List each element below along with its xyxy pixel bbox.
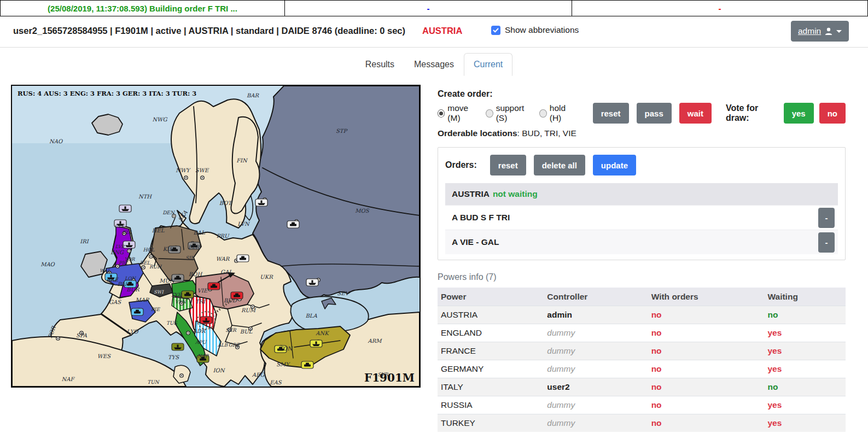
column-header-with-orders: With orders [648, 288, 765, 306]
unit-france-army [131, 308, 143, 315]
svg-text:GAL: GAL [220, 269, 232, 275]
svg-text:TUS: TUS [166, 320, 178, 326]
power-name: RUSSIA [438, 396, 544, 414]
svg-text:UKR: UKR [260, 274, 273, 280]
with-orders-value: no [648, 396, 765, 414]
user-menu-label: admin [798, 26, 821, 36]
reset-button[interactable]: reset [593, 103, 629, 124]
map-scoreboard: RUS: 4 AUS: 3 ENG: 3 FRA: 3 GER: 3 ITA: … [18, 90, 196, 97]
svg-text:BOT: BOT [219, 200, 233, 206]
unit-russia-army [237, 255, 249, 262]
controller-name: dummy [544, 360, 648, 378]
order-type-radio-support[interactable]: support (S) [486, 103, 532, 123]
remove-order-button[interactable]: - [818, 232, 835, 253]
svg-text:WAR: WAR [216, 256, 230, 262]
wait-button[interactable]: wait [679, 103, 712, 124]
orders-status-text: not waiting [493, 189, 538, 199]
order-sidebar: Create order: move (M)support (S)hold (H… [438, 89, 846, 432]
orders-reset-button[interactable]: reset [490, 155, 526, 175]
with-orders-value: no [648, 414, 765, 432]
order-type-radio-move[interactable]: move (M) [438, 103, 479, 123]
svg-text:BAR: BAR [247, 92, 260, 98]
radio-icon[interactable] [539, 109, 546, 118]
unit-italy-army [182, 291, 194, 298]
show-abbreviations-toggle[interactable]: Show abbreviations [491, 25, 579, 35]
tab-results[interactable]: Results [356, 53, 404, 76]
svg-text:SWE: SWE [195, 167, 209, 173]
power-name: ENGLAND [438, 324, 544, 342]
svg-text:SPA: SPA [76, 332, 88, 338]
waiting-value: yes [764, 324, 846, 342]
order-text: A BUD S F TRI [452, 213, 510, 223]
svg-text:RUH: RUH [149, 264, 162, 270]
waiting-value: yes [764, 360, 846, 378]
orderable-locations: Orderable locations: BUD, TRI, VIE [438, 128, 846, 138]
radio-icon[interactable] [486, 109, 493, 118]
svg-text:ENG: ENG [110, 249, 124, 255]
radio-icon[interactable] [438, 109, 445, 118]
svg-text:MAO: MAO [40, 261, 55, 267]
powers-table: PowerControllerWith ordersWaiting AUSTRI… [438, 288, 846, 432]
svg-text:ANK: ANK [315, 330, 330, 336]
column-header-controller: Controller [544, 288, 648, 306]
vote-yes-button[interactable]: yes [784, 103, 814, 124]
svg-text:LYO: LYO [127, 329, 139, 335]
waiting-value: no [764, 306, 846, 324]
create-order-title: Create order: [438, 89, 846, 99]
order-row: A BUD S F TRI- [445, 205, 838, 230]
svg-text:SIL: SIL [185, 255, 195, 261]
svg-text:TYR: TYR [171, 292, 183, 298]
svg-text:BOH: BOH [189, 271, 203, 277]
unit-italy-fleet [172, 343, 184, 350]
remove-order-button[interactable]: - [818, 208, 835, 228]
svg-text:PIC: PIC [119, 260, 129, 266]
orders-delete-all-button[interactable]: delete all [534, 155, 585, 175]
with-orders-value: no [648, 324, 765, 342]
unit-russia-fleet [255, 199, 267, 206]
svg-text:SER: SER [225, 327, 237, 333]
tab-messages[interactable]: Messages [404, 53, 464, 76]
svg-text:KIE: KIE [163, 246, 174, 252]
orders-update-button[interactable]: update [593, 155, 636, 175]
game-info: user2_1565728584955 | F1901M | active | … [13, 26, 405, 36]
radio-label: move (M) [447, 103, 479, 123]
with-orders-value: no [648, 378, 765, 396]
powers-info-title: Powers info (7) [438, 272, 846, 282]
order-row: A VIE - GAL- [445, 230, 838, 254]
user-menu-button[interactable]: admin [791, 21, 849, 42]
orderable-locations-label: Orderable locations [438, 128, 517, 138]
svg-text:MOS: MOS [355, 208, 369, 214]
checkbox-checked-icon[interactable] [491, 26, 500, 35]
power-row-austria: AUSTRIAadminnono [438, 306, 846, 324]
svg-text:PIE: PIE [151, 307, 161, 312]
tab-current[interactable]: Current [464, 53, 512, 76]
waiting-value: no [764, 378, 846, 396]
pass-button[interactable]: pass [637, 103, 672, 124]
power-name: TURKEY [438, 414, 544, 432]
with-orders-value: no [648, 342, 765, 360]
controller-name: user2 [544, 378, 648, 396]
svg-text:WAL: WAL [100, 268, 110, 273]
order-type-radio-hold[interactable]: hold (H) [539, 103, 575, 123]
orders-title: Orders: [445, 160, 477, 170]
header-divider [0, 47, 868, 48]
svg-text:BLA: BLA [305, 313, 317, 319]
unit-austria-fleet [200, 317, 212, 324]
svg-text:ARM: ARM [368, 338, 383, 344]
svg-text:TRI: TRI [195, 298, 206, 305]
controller-name: dummy [544, 396, 648, 414]
diplomacy-game-page: (25/08/2019, 11:37:08.593) Building orde… [0, 0, 868, 439]
svg-text:GRE: GRE [229, 342, 241, 348]
svg-text:APU: APU [195, 340, 207, 345]
game-map[interactable]: NAONWGBARSTPMOSFINNWYSWEBOTNTHSKADENHELB… [11, 85, 421, 388]
svg-text:NWG: NWG [152, 116, 167, 122]
diplomacy-map-svg[interactable]: NAONWGBARSTPMOSFINNWYSWEBOTNTHSKADENHELB… [12, 86, 420, 387]
status-middle-cell: - [284, 0, 572, 16]
orders-status-row: AUSTRIA not waiting [445, 183, 838, 205]
vote-no-button[interactable]: no [819, 103, 846, 124]
svg-text:ALB: ALB [217, 342, 228, 348]
status-right-cell: - [572, 0, 868, 16]
orders-status-power: AUSTRIA [452, 189, 490, 199]
current-power-label: AUSTRIA [422, 26, 462, 36]
svg-text:IRI: IRI [80, 238, 89, 244]
